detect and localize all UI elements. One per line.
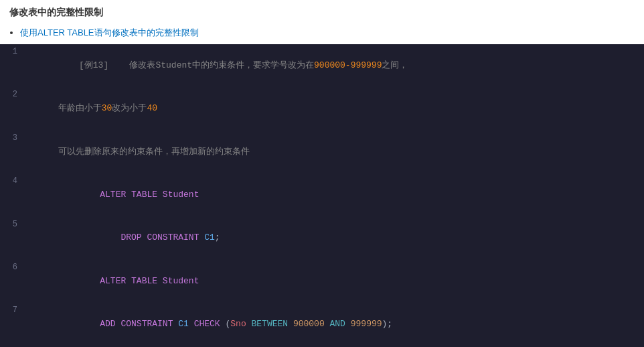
line-number-2: 2 [0,88,24,102]
subtitle-link[interactable]: 使用ALTER TABLE语句修改表中的完整性限制 [20,27,199,38]
code-line-1: 1 [例13] 修改表Student中的约束条件，要求学号改为在900000-9… [0,44,644,87]
code-line-6: 6 ALTER TABLE Student [0,260,644,303]
code-line-4: 4 ALTER TABLE Student [0,174,644,216]
line-content-1: [例13] 修改表Student中的约束条件，要求学号改为在900000-999… [24,44,644,87]
line-content-4: ALTER TABLE Student [24,174,644,216]
line-content-2: 年龄由小于30改为小于40 [24,87,644,130]
line-content-3: 可以先删除原来的约束条件，再增加新的约束条件 [24,131,644,174]
code-line-5: 5 DROP CONSTRAINT C1; [0,217,644,260]
line-number-7: 7 [0,303,24,318]
intro-section: 使用ALTER TABLE语句修改表中的完整性限制 [0,23,644,44]
page-title: 修改表中的完整性限制 [0,0,644,23]
code-editor: 1 [例13] 修改表Student中的约束条件，要求学号改为在900000-9… [0,44,644,347]
code-line-2: 2 年龄由小于30改为小于40 [0,87,644,130]
line-number-1: 1 [0,45,24,59]
line-number-5: 5 [0,218,24,232]
line-number-3: 3 [0,131,24,145]
line-number-4: 4 [0,174,24,188]
code-line-3: 3 可以先删除原来的约束条件，再增加新的约束条件 [0,131,644,174]
line-content-5: DROP CONSTRAINT C1; [24,217,644,260]
line-content-6: ALTER TABLE Student [24,260,644,303]
code-line-7: 7 ADD CONSTRAINT C1 CHECK (Sno BETWEEN 9… [0,303,644,346]
line-content-7: ADD CONSTRAINT C1 CHECK (Sno BETWEEN 900… [24,303,644,346]
line-number-6: 6 [0,261,24,275]
